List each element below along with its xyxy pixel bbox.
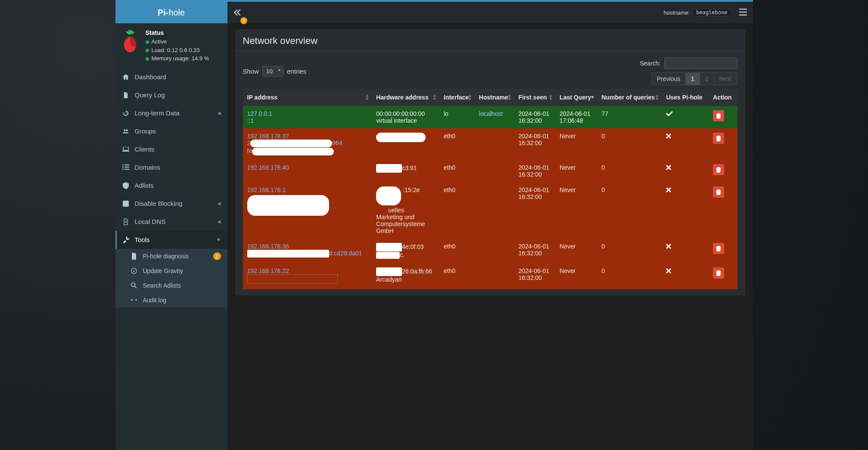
col-uses[interactable]: Uses Pi-hole (662, 89, 709, 106)
entries-label: entries (287, 68, 306, 75)
cell-hostname (475, 239, 514, 263)
ip-link[interactable]: 2 (247, 140, 251, 146)
cell-hw: c3:91 (372, 160, 439, 182)
cell-iface: eth0 (439, 128, 475, 160)
cell-action (709, 182, 737, 239)
cell-uses (662, 128, 709, 160)
col-ip[interactable]: IP address▲▼ (243, 89, 372, 106)
ip-link[interactable]: 127.0.0.1 (247, 110, 272, 117)
menu-button[interactable] (739, 9, 747, 17)
page-2-button[interactable]: 2 (700, 72, 714, 85)
cell-ip: 192.168.178.1 (243, 182, 372, 239)
svg-rect-5 (124, 164, 129, 165)
cell-uses (662, 239, 709, 263)
cell-ip: 192.168.178.36d:cd28:da01 (243, 239, 372, 263)
show-label: Show (243, 68, 259, 75)
diagnosis-badge: 2 (213, 252, 221, 260)
status-title: Status (146, 28, 209, 37)
delete-button[interactable] (713, 164, 724, 175)
page-1-button[interactable]: 1 (685, 72, 700, 85)
sidebar-item-gravity[interactable]: Update Gravity (115, 264, 227, 278)
cell-ip: 192.168.178.22 (243, 263, 372, 289)
search-label: Search: (640, 60, 660, 67)
cell-first: 2024-06-0116:32:00 (514, 106, 555, 128)
sidebar-item-label: Update Gravity (143, 267, 183, 274)
tools-icon (122, 236, 130, 244)
col-iface[interactable]: Interface▲▼ (439, 89, 475, 106)
hostname-link[interactable]: localhost (479, 110, 503, 117)
col-host[interactable]: Hostname▲▼ (475, 89, 514, 106)
delete-button[interactable] (713, 267, 724, 279)
cell-iface: eth0 (439, 182, 475, 239)
svg-rect-6 (122, 167, 124, 168)
col-num[interactable]: Number of queries▲▼ (597, 89, 662, 106)
ip-link[interactable]: fe (247, 147, 252, 154)
table-row: 192.168.178.40c3:91eth02024-06-0116:32:0… (243, 160, 737, 182)
ip-link[interactable]: 192.168.178.22 (247, 267, 289, 274)
sidebar-item-label: Pi-hole diagnosis (143, 253, 189, 260)
sidebar-item-clients[interactable]: Clients (115, 140, 227, 158)
chevron-left-icon: ◀ (218, 111, 221, 115)
sidebar-item-label: Domains (135, 164, 160, 171)
cell-hostname (475, 182, 514, 239)
entries-select[interactable]: 10 (262, 66, 283, 77)
brand-logo[interactable]: Pi-hole (115, 2, 227, 23)
col-last[interactable]: Last Query▼ (555, 89, 597, 106)
sidebar-item-dashboard[interactable]: Dashboard (115, 68, 227, 86)
sidebar-item-longterm[interactable]: Long-term Data ◀ (115, 104, 227, 122)
cross-icon (666, 133, 671, 140)
sidebar-item-domains[interactable]: Domains (115, 158, 227, 177)
sidebar-item-tools[interactable]: Tools ▼ (115, 231, 227, 249)
cell-ip: 192.168.178.372964fe (243, 128, 372, 160)
search-input[interactable] (664, 57, 737, 69)
cell-ip: 127.0.0.1::1 (243, 106, 372, 128)
cell-num: 0 (597, 182, 662, 239)
cell-action (709, 106, 737, 128)
cell-ip: 192.168.178.40 (243, 160, 372, 182)
svg-point-14 (131, 282, 135, 286)
delete-button[interactable] (713, 243, 724, 254)
brand-prefix: Pi- (158, 8, 169, 17)
col-hw[interactable]: Hardware address▲▼ (372, 89, 439, 106)
sidebar-item-label: Query Log (135, 91, 165, 99)
notification-badge: 2 (240, 17, 247, 24)
col-first[interactable]: First seen▲▼ (514, 89, 555, 106)
laptop-icon (122, 146, 130, 153)
sidebar-item-auditlog[interactable]: Audit log (115, 293, 227, 307)
table-row: 192.168.178.36d:cd28:da014e:0f:03c.eth02… (243, 239, 737, 263)
chevron-left-icon: ◀ (218, 219, 221, 224)
ip-link[interactable]: 192.168.178.36 (247, 243, 289, 250)
ip-link[interactable]: ::1 (247, 117, 254, 124)
check-icon (666, 110, 673, 118)
sidebar-item-localdns[interactable]: Local DNS ◀ (115, 213, 227, 231)
cell-hw: 4e:0f:03c. (372, 239, 439, 263)
cell-iface: eth0 (439, 263, 475, 289)
page-next-button[interactable]: Next (714, 72, 737, 85)
svg-rect-9 (124, 169, 129, 170)
svg-rect-2 (123, 147, 128, 150)
sidebar-item-disableblocking[interactable]: Disable Blocking ◀ (115, 195, 227, 213)
sidebar-item-querylog[interactable]: Query Log (115, 86, 227, 104)
cell-hostname (475, 263, 514, 289)
ip-link[interactable]: 192.168.178.40 (247, 164, 289, 171)
delete-button[interactable] (713, 186, 724, 198)
delete-button[interactable] (713, 133, 724, 144)
sidebar-item-label: Local DNS (135, 218, 166, 225)
cell-hostname (475, 128, 514, 160)
chevron-left-icon: ◀ (218, 201, 221, 206)
ip-link[interactable]: 192.168.178.1 (247, 186, 286, 193)
chevron-down-icon: ▼ (217, 237, 221, 242)
file-medical-icon (130, 252, 138, 260)
sidebar-item-adlists[interactable]: Adlists (115, 177, 227, 195)
cell-num: 0 (597, 263, 662, 289)
cell-num: 0 (597, 128, 662, 160)
delete-button[interactable] (713, 110, 724, 121)
cell-last: Never (555, 128, 597, 160)
sidebar-toggle-button[interactable]: 2 (233, 9, 241, 16)
sidebar-item-search-adlists[interactable]: Search Adlists (115, 278, 227, 293)
page-prev-button[interactable]: Previous (651, 72, 686, 85)
status-active: Active (146, 37, 209, 46)
sidebar-item-groups[interactable]: Groups (115, 122, 227, 140)
ip-link[interactable]: 192.168.178.37 (247, 133, 289, 140)
sidebar-item-diagnosis[interactable]: Pi-hole diagnosis 2 (115, 249, 227, 264)
